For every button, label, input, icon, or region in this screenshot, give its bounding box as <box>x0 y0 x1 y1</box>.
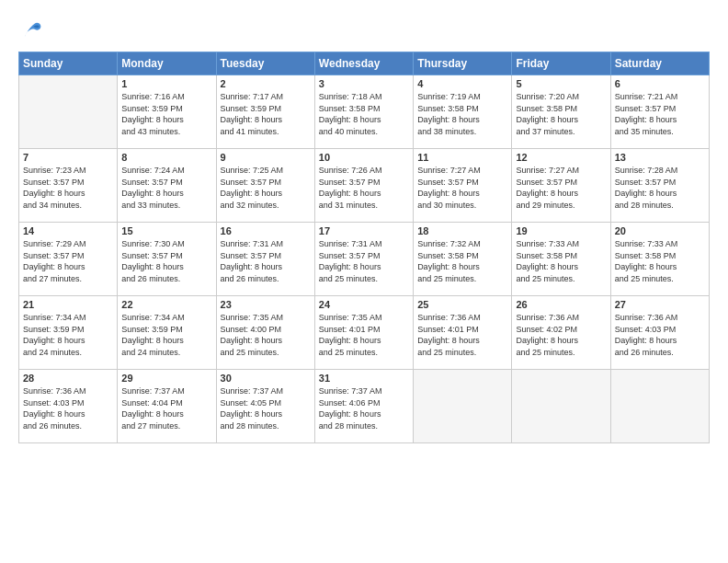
week-row-2: 7Sunrise: 7:23 AM Sunset: 3:57 PM Daylig… <box>19 149 710 223</box>
day-info: Sunrise: 7:35 AM Sunset: 4:00 PM Dayligh… <box>221 312 311 358</box>
day-number: 4 <box>417 78 507 89</box>
day-cell: 13Sunrise: 7:28 AM Sunset: 3:57 PM Dayli… <box>610 149 709 223</box>
day-number: 24 <box>319 299 409 310</box>
day-info: Sunrise: 7:20 AM Sunset: 3:58 PM Dayligh… <box>516 91 606 137</box>
day-info: Sunrise: 7:36 AM Sunset: 4:01 PM Dayligh… <box>417 312 507 358</box>
day-cell: 31Sunrise: 7:37 AM Sunset: 4:06 PM Dayli… <box>314 370 413 443</box>
day-number: 31 <box>319 373 409 384</box>
day-info: Sunrise: 7:37 AM Sunset: 4:04 PM Dayligh… <box>121 385 211 431</box>
day-number: 21 <box>23 299 113 310</box>
page-container: SundayMondayTuesdayWednesdayThursdayFrid… <box>0 0 728 453</box>
day-cell: 4Sunrise: 7:19 AM Sunset: 3:58 PM Daylig… <box>414 75 512 149</box>
day-cell: 19Sunrise: 7:33 AM Sunset: 3:58 PM Dayli… <box>512 223 610 296</box>
day-number: 13 <box>615 152 705 163</box>
logo-bird-icon <box>20 18 42 40</box>
day-number: 16 <box>221 225 311 236</box>
day-info: Sunrise: 7:23 AM Sunset: 3:57 PM Dayligh… <box>23 165 113 211</box>
logo-line1 <box>18 18 42 44</box>
day-info: Sunrise: 7:21 AM Sunset: 3:57 PM Dayligh… <box>615 91 705 137</box>
day-info: Sunrise: 7:36 AM Sunset: 4:03 PM Dayligh… <box>615 312 705 358</box>
day-cell <box>610 370 709 443</box>
day-info: Sunrise: 7:37 AM Sunset: 4:05 PM Dayligh… <box>221 385 311 431</box>
day-cell: 28Sunrise: 7:36 AM Sunset: 4:03 PM Dayli… <box>19 370 118 443</box>
day-header-thursday: Thursday <box>414 52 512 75</box>
day-cell: 2Sunrise: 7:17 AM Sunset: 3:59 PM Daylig… <box>216 75 314 149</box>
week-row-4: 21Sunrise: 7:34 AM Sunset: 3:59 PM Dayli… <box>19 296 710 370</box>
day-info: Sunrise: 7:27 AM Sunset: 3:57 PM Dayligh… <box>516 165 606 211</box>
day-info: Sunrise: 7:37 AM Sunset: 4:06 PM Dayligh… <box>319 385 409 431</box>
day-cell: 6Sunrise: 7:21 AM Sunset: 3:57 PM Daylig… <box>610 75 709 149</box>
day-number: 22 <box>121 299 211 310</box>
day-number: 14 <box>23 225 113 236</box>
day-info: Sunrise: 7:34 AM Sunset: 3:59 PM Dayligh… <box>23 312 113 358</box>
day-cell: 10Sunrise: 7:26 AM Sunset: 3:57 PM Dayli… <box>314 149 413 223</box>
header-row-days: SundayMondayTuesdayWednesdayThursdayFrid… <box>19 52 710 75</box>
day-cell: 16Sunrise: 7:31 AM Sunset: 3:57 PM Dayli… <box>216 223 314 296</box>
day-cell: 14Sunrise: 7:29 AM Sunset: 3:57 PM Dayli… <box>19 223 118 296</box>
day-number: 7 <box>23 152 113 163</box>
day-number: 25 <box>417 299 507 310</box>
day-cell: 8Sunrise: 7:24 AM Sunset: 3:57 PM Daylig… <box>118 149 216 223</box>
week-row-5: 28Sunrise: 7:36 AM Sunset: 4:03 PM Dayli… <box>19 370 710 443</box>
week-row-1: 1Sunrise: 7:16 AM Sunset: 3:59 PM Daylig… <box>19 75 710 149</box>
day-info: Sunrise: 7:33 AM Sunset: 3:58 PM Dayligh… <box>615 238 705 284</box>
day-cell: 21Sunrise: 7:34 AM Sunset: 3:59 PM Dayli… <box>19 296 118 370</box>
day-number: 23 <box>221 299 311 310</box>
day-number: 1 <box>121 78 211 89</box>
day-number: 15 <box>121 225 211 236</box>
day-cell <box>512 370 610 443</box>
day-cell: 23Sunrise: 7:35 AM Sunset: 4:00 PM Dayli… <box>216 296 314 370</box>
day-cell <box>19 75 118 149</box>
day-header-saturday: Saturday <box>610 52 709 75</box>
day-info: Sunrise: 7:31 AM Sunset: 3:57 PM Dayligh… <box>319 238 409 284</box>
day-cell: 30Sunrise: 7:37 AM Sunset: 4:05 PM Dayli… <box>216 370 314 443</box>
day-cell: 22Sunrise: 7:34 AM Sunset: 3:59 PM Dayli… <box>118 296 216 370</box>
day-info: Sunrise: 7:26 AM Sunset: 3:57 PM Dayligh… <box>319 165 409 211</box>
day-number: 5 <box>516 78 606 89</box>
day-number: 9 <box>221 152 311 163</box>
day-number: 2 <box>221 78 311 89</box>
day-cell: 5Sunrise: 7:20 AM Sunset: 3:58 PM Daylig… <box>512 75 610 149</box>
day-info: Sunrise: 7:30 AM Sunset: 3:57 PM Dayligh… <box>121 238 211 284</box>
day-header-monday: Monday <box>118 52 216 75</box>
day-info: Sunrise: 7:34 AM Sunset: 3:59 PM Dayligh… <box>121 312 211 358</box>
day-cell: 11Sunrise: 7:27 AM Sunset: 3:57 PM Dayli… <box>414 149 512 223</box>
day-number: 19 <box>516 225 606 236</box>
calendar-table: SundayMondayTuesdayWednesdayThursdayFrid… <box>18 52 710 443</box>
day-number: 29 <box>121 373 211 384</box>
day-number: 26 <box>516 299 606 310</box>
day-info: Sunrise: 7:25 AM Sunset: 3:57 PM Dayligh… <box>221 165 311 211</box>
day-cell: 24Sunrise: 7:35 AM Sunset: 4:01 PM Dayli… <box>314 296 413 370</box>
logo <box>18 18 42 44</box>
day-header-wednesday: Wednesday <box>314 52 413 75</box>
day-header-sunday: Sunday <box>19 52 118 75</box>
week-row-3: 14Sunrise: 7:29 AM Sunset: 3:57 PM Dayli… <box>19 223 710 296</box>
day-info: Sunrise: 7:36 AM Sunset: 4:02 PM Dayligh… <box>516 312 606 358</box>
day-cell: 29Sunrise: 7:37 AM Sunset: 4:04 PM Dayli… <box>118 370 216 443</box>
day-info: Sunrise: 7:31 AM Sunset: 3:57 PM Dayligh… <box>221 238 311 284</box>
day-info: Sunrise: 7:32 AM Sunset: 3:58 PM Dayligh… <box>417 238 507 284</box>
day-info: Sunrise: 7:18 AM Sunset: 3:58 PM Dayligh… <box>319 91 409 137</box>
day-number: 18 <box>417 225 507 236</box>
day-info: Sunrise: 7:28 AM Sunset: 3:57 PM Dayligh… <box>615 165 705 211</box>
day-number: 20 <box>615 225 705 236</box>
day-number: 12 <box>516 152 606 163</box>
day-cell: 1Sunrise: 7:16 AM Sunset: 3:59 PM Daylig… <box>118 75 216 149</box>
day-cell: 18Sunrise: 7:32 AM Sunset: 3:58 PM Dayli… <box>414 223 512 296</box>
day-cell: 7Sunrise: 7:23 AM Sunset: 3:57 PM Daylig… <box>19 149 118 223</box>
day-number: 27 <box>615 299 705 310</box>
day-cell: 17Sunrise: 7:31 AM Sunset: 3:57 PM Dayli… <box>314 223 413 296</box>
day-cell: 9Sunrise: 7:25 AM Sunset: 3:57 PM Daylig… <box>216 149 314 223</box>
day-header-friday: Friday <box>512 52 610 75</box>
day-header-tuesday: Tuesday <box>216 52 314 75</box>
day-number: 10 <box>319 152 409 163</box>
day-number: 30 <box>221 373 311 384</box>
day-number: 28 <box>23 373 113 384</box>
day-cell <box>414 370 512 443</box>
day-number: 11 <box>417 152 507 163</box>
header-row <box>18 15 710 44</box>
day-cell: 26Sunrise: 7:36 AM Sunset: 4:02 PM Dayli… <box>512 296 610 370</box>
day-info: Sunrise: 7:17 AM Sunset: 3:59 PM Dayligh… <box>221 91 311 137</box>
day-cell: 15Sunrise: 7:30 AM Sunset: 3:57 PM Dayli… <box>118 223 216 296</box>
day-info: Sunrise: 7:29 AM Sunset: 3:57 PM Dayligh… <box>23 238 113 284</box>
